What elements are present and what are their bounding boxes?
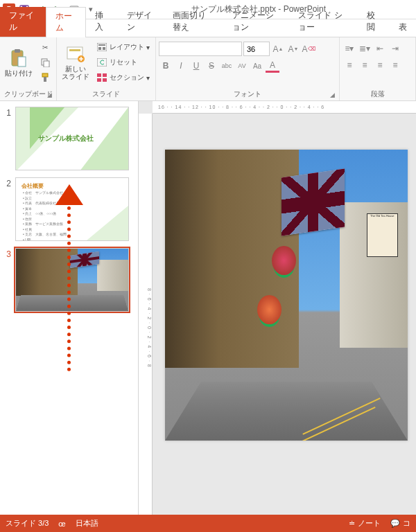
group-clipboard: 貼り付け ✂ クリップボード◢ xyxy=(0,37,57,100)
svg-rect-11 xyxy=(69,49,80,51)
bullets-button[interactable]: ≡▾ xyxy=(343,42,356,55)
workspace: 1 サンプル株式会社 2 会社概要 • 会社 サンプル株式会社 • 設立 • 代… xyxy=(0,101,416,515)
paste-icon xyxy=(8,48,29,68)
reset-icon xyxy=(96,57,107,68)
font-launcher-icon[interactable]: ◢ xyxy=(328,91,336,100)
annotation-arrow-head-icon xyxy=(55,184,83,205)
align-right-button[interactable]: ≡ xyxy=(373,58,387,72)
tab-review[interactable]: 校閲 xyxy=(358,7,390,37)
slide-edit-area[interactable]: 16 · · 14 · · 12 · · 10 · · 8 · · 6 · · … xyxy=(139,101,416,515)
slide-thumbnails-panel[interactable]: 1 サンプル株式会社 2 会社概要 • 会社 サンプル株式会社 • 設立 • 代… xyxy=(0,101,139,515)
svg-rect-19 xyxy=(103,73,107,77)
comments-label: コ xyxy=(403,518,410,529)
change-case-button[interactable]: Aa xyxy=(250,59,264,73)
format-painter-icon xyxy=(40,72,51,83)
thumb-number: 2 xyxy=(3,177,11,241)
group-font-label: フォント xyxy=(234,90,261,98)
paste-button[interactable]: 貼り付け xyxy=(3,39,35,86)
cut-icon: ✂ xyxy=(40,42,51,53)
underline-button[interactable]: U xyxy=(189,59,203,73)
new-slide-button[interactable]: 新しい スライド xyxy=(60,39,92,86)
cut-button[interactable]: ✂ xyxy=(37,40,53,54)
slide-counter[interactable]: スライド 3/3 xyxy=(6,518,49,529)
svg-rect-8 xyxy=(42,73,48,77)
section-label: セクション xyxy=(110,73,144,82)
notes-button[interactable]: ≐ ノート xyxy=(349,518,381,529)
svg-rect-18 xyxy=(97,73,101,77)
vertical-ruler: 8 · 6 · 4 · 2 · 0 · 2 · 4 · 6 · 8 xyxy=(139,114,153,515)
annotation-arrow-line xyxy=(67,200,71,371)
align-left-button[interactable]: ≡ xyxy=(343,58,356,72)
align-center-button[interactable]: ≡ xyxy=(358,58,372,72)
svg-rect-7 xyxy=(44,61,49,67)
tab-design[interactable]: デザイン xyxy=(118,7,164,37)
strikethrough-button[interactable]: S xyxy=(205,59,218,73)
justify-button[interactable]: ≡ xyxy=(388,58,402,72)
thumb-1-title: サンプル株式会社 xyxy=(38,134,94,143)
layout-label: レイアウト xyxy=(110,42,144,52)
tab-transitions[interactable]: 画面切り替え xyxy=(164,7,223,37)
tab-animations[interactable]: アニメーション xyxy=(223,7,290,37)
svg-rect-4 xyxy=(15,49,20,53)
ribbon-tabs: ファイル ホーム 挿入 デザイン 画面切り替え アニメーション スライド ショー… xyxy=(0,19,416,37)
new-slide-label: 新しい スライド xyxy=(62,65,89,80)
tab-slideshow[interactable]: スライド ショー xyxy=(289,7,358,37)
thumb-number: 1 xyxy=(3,107,11,170)
ribbon: 貼り付け ✂ クリップボード◢ 新しい スライド レイアウト ▾ リセット セク… xyxy=(0,37,416,101)
clipboard-launcher-icon[interactable]: ◢ xyxy=(45,91,53,100)
reset-button[interactable]: リセット xyxy=(94,55,153,69)
reset-label: リセット xyxy=(110,57,137,67)
svg-rect-16 xyxy=(103,47,105,50)
copy-icon xyxy=(40,57,51,68)
thumb-number: 3 xyxy=(3,248,11,312)
decrease-indent-button[interactable]: ⇤ xyxy=(373,42,387,55)
new-slide-icon xyxy=(65,44,86,64)
bold-button[interactable]: B xyxy=(159,59,173,73)
format-painter-button[interactable] xyxy=(37,71,53,85)
status-bar: スライド 3/3 œ 日本語 ≐ ノート 💬 コ xyxy=(0,515,416,532)
char-spacing-button[interactable]: AV xyxy=(235,59,249,73)
thumb-slide-3[interactable] xyxy=(15,248,129,312)
svg-rect-17 xyxy=(97,58,107,66)
notes-label: ノート xyxy=(358,518,381,529)
font-size-input[interactable] xyxy=(243,42,270,56)
svg-rect-15 xyxy=(98,47,101,50)
increase-font-icon[interactable]: A▲ xyxy=(271,42,285,56)
svg-rect-14 xyxy=(98,44,105,46)
tab-home[interactable]: ホーム xyxy=(46,7,86,37)
svg-rect-20 xyxy=(97,78,101,82)
tab-file[interactable]: ファイル xyxy=(0,7,46,37)
shop-sign: The Old Tea House xyxy=(367,213,399,257)
copy-button[interactable] xyxy=(37,55,53,69)
group-paragraph: ≡▾ ≣▾ ⇤ ⇥ ≡ ≡ ≡ ≡ 段落 xyxy=(340,37,416,100)
group-slides: 新しい スライド レイアウト ▾ リセット セクション ▾ スライド xyxy=(57,37,156,100)
svg-rect-5 xyxy=(18,57,26,66)
thumb-item[interactable]: 1 サンプル株式会社 xyxy=(3,107,135,170)
thumb-2-header: 会社概要 xyxy=(21,182,44,190)
group-paragraph-label: 段落 xyxy=(343,89,413,100)
comments-button[interactable]: 💬 コ xyxy=(390,518,410,529)
layout-icon xyxy=(96,42,107,53)
font-name-input[interactable] xyxy=(159,42,242,56)
layout-button[interactable]: レイアウト ▾ xyxy=(94,40,153,54)
thumb-slide-1[interactable]: サンプル株式会社 xyxy=(15,107,129,170)
section-button[interactable]: セクション ▾ xyxy=(94,71,153,85)
svg-rect-9 xyxy=(44,77,46,82)
decrease-font-icon[interactable]: A▼ xyxy=(286,42,300,56)
tab-insert[interactable]: 挿入 xyxy=(86,7,118,37)
group-slides-label: スライド xyxy=(60,89,153,100)
section-icon xyxy=(96,72,107,83)
paste-label: 貼り付け xyxy=(5,69,33,77)
font-color-button[interactable]: A xyxy=(266,59,279,73)
spellcheck-icon[interactable]: œ xyxy=(58,520,65,528)
text-shadow-button[interactable]: abc xyxy=(220,59,234,73)
horizontal-ruler: 16 · · 14 · · 12 · · 10 · · 8 · · 6 · · … xyxy=(153,101,416,114)
increase-indent-button[interactable]: ⇥ xyxy=(388,42,402,55)
slide-canvas[interactable]: The Old Tea House xyxy=(165,150,408,441)
numbering-button[interactable]: ≣▾ xyxy=(358,42,372,55)
group-font: A▲ A▼ A⌫ B I U S abc AV Aa A フォント◢ xyxy=(156,37,340,100)
italic-button[interactable]: I xyxy=(174,59,188,73)
clear-formatting-icon[interactable]: A⌫ xyxy=(302,42,315,56)
language-indicator[interactable]: 日本語 xyxy=(76,518,98,529)
tab-view[interactable]: 表 xyxy=(390,19,416,37)
